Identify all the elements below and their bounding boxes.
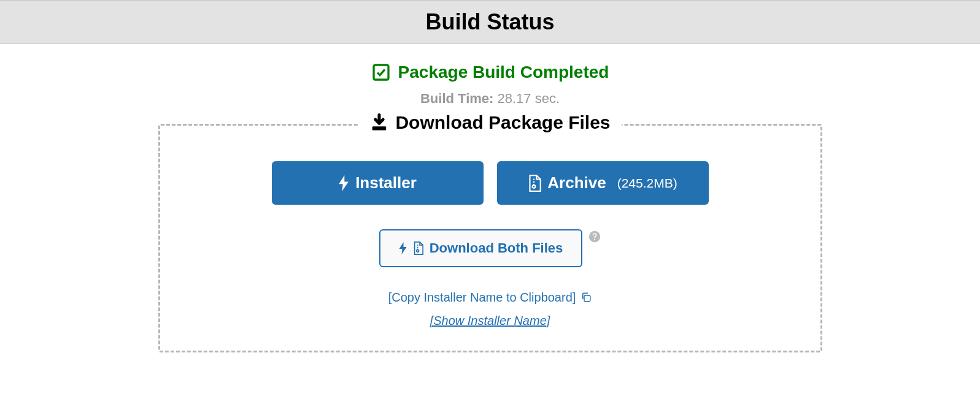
bolt-icon — [338, 175, 349, 191]
svg-rect-1 — [372, 126, 386, 130]
links-area: [Copy Installer Name to Clipboard] [Show… — [172, 286, 808, 332]
svg-point-3 — [417, 249, 419, 252]
download-legend: Download Package Files — [358, 112, 621, 133]
download-both-label: Download Both Files — [430, 240, 563, 256]
page-title: Build Status — [0, 9, 980, 35]
archive-size: (245.2MB) — [617, 176, 677, 191]
show-installer-link[interactable]: [Show Installer Name] — [430, 314, 550, 327]
installer-button[interactable]: Installer — [272, 161, 484, 205]
download-both-row: Download Both Files — [172, 229, 808, 267]
svg-point-5 — [594, 239, 595, 240]
file-archive-icon — [528, 175, 541, 192]
page-header: Build Status — [0, 0, 980, 44]
copy-link-text: [Copy Installer Name to Clipboard] — [388, 286, 576, 309]
installer-label: Installer — [355, 173, 417, 192]
build-time: Build Time: 28.17 sec. — [0, 91, 980, 107]
archive-button[interactable]: Archive (245.2MB) — [497, 161, 709, 205]
download-title: Download Package Files — [395, 112, 610, 133]
copy-icon — [581, 292, 592, 303]
copy-installer-link[interactable]: [Copy Installer Name to Clipboard] — [388, 286, 592, 309]
svg-point-2 — [533, 185, 536, 188]
download-both-button[interactable]: Download Both Files — [379, 229, 583, 267]
download-buttons: Installer Archive (245.2MB) — [172, 161, 808, 205]
bolt-icon — [399, 242, 407, 254]
file-archive-icon — [413, 242, 423, 255]
download-section: Download Package Files Installer Archive… — [158, 124, 822, 352]
svg-rect-6 — [584, 295, 590, 302]
status-message: Package Build Completed — [398, 63, 609, 82]
archive-label: Archive — [547, 173, 606, 192]
help-icon[interactable] — [588, 230, 601, 243]
build-time-value: 28.17 sec. — [498, 91, 560, 106]
download-icon — [369, 113, 388, 132]
status-line: Package Build Completed — [371, 63, 609, 82]
check-square-icon — [371, 63, 391, 82]
build-time-label: Build Time: — [420, 91, 493, 106]
